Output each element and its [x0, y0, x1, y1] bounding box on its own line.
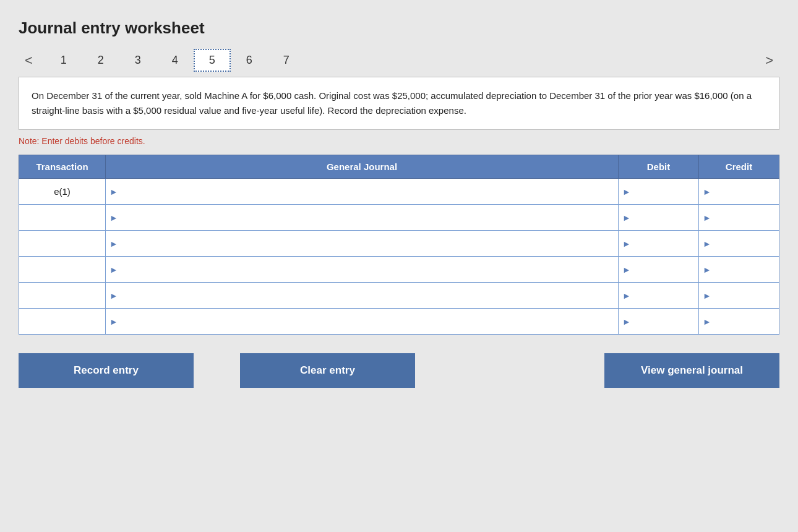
journal-table: Transaction General Journal Debit Credit… — [19, 155, 779, 335]
journal-input-6[interactable] — [121, 309, 618, 334]
debit-input-6[interactable] — [633, 309, 698, 334]
debit-input-3[interactable] — [633, 231, 698, 256]
journal-input-5[interactable] — [121, 283, 618, 308]
debit-cell-3[interactable]: ► — [619, 231, 699, 257]
debit-cell-6[interactable]: ► — [619, 309, 699, 335]
row-arrow-6: ► — [109, 317, 118, 327]
credit-cell-2[interactable]: ► — [699, 205, 779, 231]
credit-input-6[interactable] — [714, 309, 779, 334]
button-row: Record entry Clear entry View general jo… — [19, 353, 779, 388]
journal-cell-3[interactable]: ► — [106, 231, 619, 257]
description-text: On December 31 of the current year, sold… — [32, 90, 752, 116]
journal-input-3[interactable] — [121, 231, 618, 256]
credit-input-2[interactable] — [714, 205, 779, 230]
row-arrow-1: ► — [109, 187, 118, 197]
debit-input-2[interactable] — [633, 205, 698, 230]
journal-cell-6[interactable]: ► — [106, 309, 619, 335]
transaction-cell-6 — [19, 309, 106, 335]
journal-cell-5[interactable]: ► — [106, 283, 619, 309]
transaction-cell-2 — [19, 205, 106, 231]
debit-arrow-3: ► — [622, 239, 631, 249]
journal-cell-1[interactable]: ► — [106, 179, 619, 205]
table-row: ► ► ► — [19, 231, 779, 257]
description-box: On December 31 of the current year, sold… — [19, 77, 779, 130]
credit-cell-5[interactable]: ► — [699, 283, 779, 309]
journal-cell-2[interactable]: ► — [106, 205, 619, 231]
credit-cell-6[interactable]: ► — [699, 309, 779, 335]
nav-tab-5[interactable]: 5 — [194, 49, 231, 72]
debit-arrow-6: ► — [622, 317, 631, 327]
credit-arrow-5: ► — [703, 291, 711, 301]
transaction-cell-5 — [19, 283, 106, 309]
transaction-cell-3 — [19, 231, 106, 257]
record-entry-button[interactable]: Record entry — [19, 353, 194, 388]
next-arrow[interactable]: > — [759, 50, 779, 71]
credit-input-3[interactable] — [714, 231, 779, 256]
nav-row: < 1 2 3 4 5 6 7 > — [19, 49, 779, 72]
debit-cell-1[interactable]: ► — [619, 179, 699, 205]
table-header-row: Transaction General Journal Debit Credit — [19, 155, 779, 179]
nav-tab-7[interactable]: 7 — [268, 50, 305, 71]
nav-tab-6[interactable]: 6 — [231, 50, 268, 71]
debit-cell-2[interactable]: ► — [619, 205, 699, 231]
credit-cell-3[interactable]: ► — [699, 231, 779, 257]
credit-arrow-3: ► — [703, 239, 711, 249]
row-arrow-5: ► — [109, 291, 118, 301]
table-row: ► ► ► — [19, 283, 779, 309]
note-text: Note: Enter debits before credits. — [19, 136, 779, 146]
col-header-debit: Debit — [619, 155, 699, 179]
col-header-transaction: Transaction — [19, 155, 106, 179]
credit-cell-1[interactable]: ► — [699, 179, 779, 205]
nav-tabs: 1 2 3 4 5 6 7 — [45, 49, 753, 72]
credit-arrow-2: ► — [703, 213, 711, 223]
journal-input-1[interactable] — [121, 179, 618, 204]
transaction-cell-4 — [19, 257, 106, 283]
prev-arrow[interactable]: < — [19, 50, 39, 71]
transaction-cell-1: e(1) — [19, 179, 106, 205]
row-arrow-2: ► — [109, 213, 118, 223]
row-arrow-3: ► — [109, 239, 118, 249]
table-row: ► ► ► — [19, 205, 779, 231]
debit-arrow-2: ► — [622, 213, 631, 223]
debit-input-1[interactable] — [633, 179, 698, 204]
debit-arrow-4: ► — [622, 265, 631, 275]
col-header-credit: Credit — [699, 155, 779, 179]
nav-tab-4[interactable]: 4 — [157, 50, 194, 71]
debit-arrow-5: ► — [622, 291, 631, 301]
journal-input-4[interactable] — [121, 257, 618, 282]
journal-cell-4[interactable]: ► — [106, 257, 619, 283]
nav-tab-3[interactable]: 3 — [119, 50, 157, 71]
debit-arrow-1: ► — [622, 187, 631, 197]
debit-input-4[interactable] — [633, 257, 698, 282]
credit-input-5[interactable] — [714, 283, 779, 308]
nav-tab-1[interactable]: 1 — [45, 50, 82, 71]
credit-arrow-1: ► — [703, 187, 711, 197]
debit-cell-5[interactable]: ► — [619, 283, 699, 309]
credit-input-4[interactable] — [714, 257, 779, 282]
page-title: Journal entry worksheet — [19, 19, 779, 38]
nav-tab-2[interactable]: 2 — [82, 50, 119, 71]
journal-input-2[interactable] — [121, 205, 618, 230]
debit-input-5[interactable] — [633, 283, 698, 308]
debit-cell-4[interactable]: ► — [619, 257, 699, 283]
table-row: ► ► ► — [19, 257, 779, 283]
credit-cell-4[interactable]: ► — [699, 257, 779, 283]
table-row: ► ► ► — [19, 309, 779, 335]
clear-entry-button[interactable]: Clear entry — [240, 353, 415, 388]
col-header-journal: General Journal — [106, 155, 619, 179]
credit-arrow-4: ► — [703, 265, 711, 275]
table-row: e(1) ► ► ► — [19, 179, 779, 205]
credit-arrow-6: ► — [703, 317, 711, 327]
view-general-journal-button[interactable]: View general journal — [604, 353, 779, 388]
row-arrow-4: ► — [109, 265, 118, 275]
credit-input-1[interactable] — [714, 179, 779, 204]
